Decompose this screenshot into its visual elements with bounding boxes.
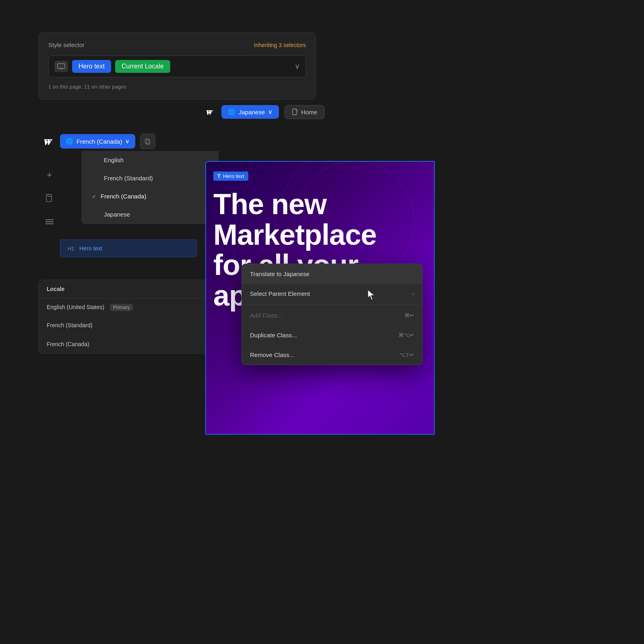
shortcut-add-class: ⌘↵ (405, 312, 414, 318)
webflow-logo: 𝐰 (38, 133, 55, 150)
h1-hero-row[interactable]: H1 Hero text (60, 239, 197, 257)
globe-icon: 🌐 (228, 108, 235, 116)
webflow-logo-small: 𝐰 (201, 105, 216, 119)
chevron-down-icon: ∨ (125, 138, 130, 145)
context-menu: Translate to Japanese Select Parent Elem… (242, 264, 423, 365)
shortcut-remove-class: ⌥⇧↵ (399, 352, 414, 358)
hero-label: T Hero text (213, 171, 248, 181)
locale-french-canada: French (Canada) (47, 341, 223, 347)
left-sidebar-topbar: 𝐰 🌐 French (Canada) ∨ (38, 133, 155, 150)
lang-item-english[interactable]: English (82, 151, 218, 169)
ctx-select-parent[interactable]: Select Parent Element › (242, 284, 422, 303)
lang-item-french-canada[interactable]: ✓ French (Canada) (82, 187, 218, 205)
lang-item-french-standard[interactable]: French (Standard) (82, 169, 218, 187)
hero-text-badge[interactable]: Hero text (72, 60, 111, 73)
col-locale-header: Locale (47, 286, 211, 292)
locale-english-us: English (United States) Primary (47, 304, 223, 310)
style-selector-header: Style selector Inheriting 3 selectors (48, 41, 306, 48)
ctx-translate-japanese[interactable]: Translate to Japanese (242, 264, 422, 284)
chevron-down-icon: ∨ (268, 108, 272, 116)
arrow-right-icon: › (412, 291, 414, 297)
page-icon[interactable] (43, 192, 56, 204)
lang-dropdown-menu: English French (Standard) ✓ French (Cana… (82, 151, 219, 224)
ctx-divider (242, 304, 422, 305)
japanese-locale-btn[interactable]: 🌐 Japanese ∨ (221, 105, 279, 119)
selector-row[interactable]: Hero text Current Locale ∨ (48, 56, 306, 77)
globe-icon: 🌐 (66, 138, 73, 145)
h1-hero-label: Hero text (79, 245, 102, 252)
chevron-down-icon[interactable]: ∨ (295, 62, 300, 71)
inheriting-count: 3 selectors (279, 42, 306, 48)
home-button[interactable]: Home (285, 105, 325, 119)
copy-icon-button[interactable] (140, 134, 155, 149)
hero-label-t: T (217, 173, 221, 179)
page-count: 1 on this page, 11 on other pages (48, 84, 306, 90)
hero-label-text: Hero text (223, 173, 244, 179)
locale-french-standard: French (Standard) (47, 322, 223, 328)
webflow-w-small: 𝐰 (205, 107, 212, 117)
shortcut-duplicate-class: ⌘⌥↵ (398, 332, 414, 338)
ctx-duplicate-class[interactable]: Duplicate Class... ⌘⌥↵ (242, 325, 422, 345)
style-selector-panel: Style selector Inheriting 3 selectors He… (38, 32, 316, 100)
check-icon: ✓ (92, 193, 97, 200)
doc-icon (292, 109, 298, 115)
svg-rect-3 (293, 109, 297, 115)
ctx-add-class: Add Class... ⌘↵ (242, 305, 422, 325)
style-selector-title: Style selector (48, 41, 85, 48)
svg-rect-5 (146, 140, 150, 144)
add-icon[interactable]: + (43, 169, 56, 181)
locale-dropdown[interactable]: 🌐 French (Canada) ∨ (60, 134, 135, 149)
ctx-remove-class[interactable]: Remove Class... ⌥⇧↵ (242, 345, 422, 365)
monitor-icon (54, 61, 68, 72)
svg-rect-7 (46, 194, 52, 202)
svg-rect-6 (145, 138, 149, 143)
svg-rect-0 (58, 64, 65, 68)
copy-icon (144, 138, 151, 144)
h1-tag: H1 (68, 246, 74, 252)
sidebar-icons: + (43, 169, 56, 228)
lang-item-japanese[interactable]: Japanese (82, 205, 218, 223)
locale-bar: 𝐰 🌐 Japanese ∨ Home (201, 105, 325, 119)
menu-icon[interactable] (43, 216, 56, 228)
inheriting-text: Inheriting 3 selectors (254, 42, 306, 48)
current-locale-badge[interactable]: Current Locale (115, 60, 170, 73)
primary-badge: Primary (110, 304, 133, 311)
